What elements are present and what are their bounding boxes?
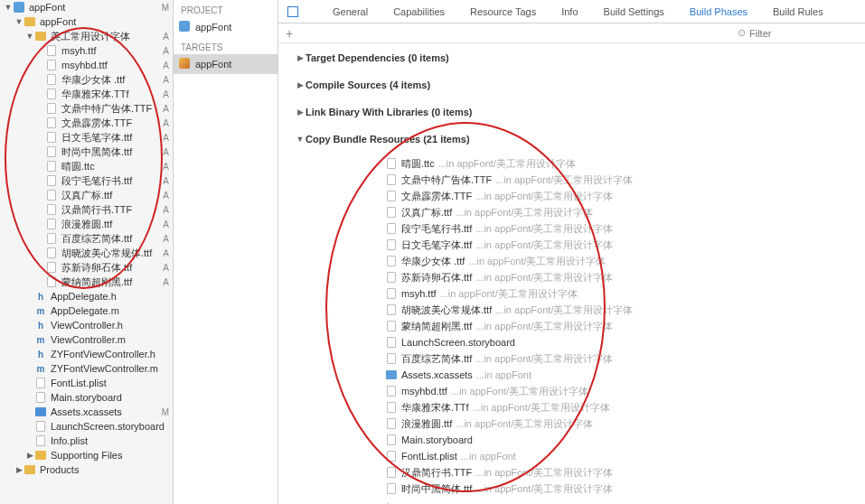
resource-row[interactable]: 蒙纳简超刚黑.ttf...in appFont/美工常用设计字体: [385, 318, 849, 334]
resource-path: ...in appFont/美工常用设计字体: [456, 206, 593, 219]
project-item[interactable]: appFont: [174, 17, 277, 37]
scm-badge: A: [163, 234, 169, 244]
font-file[interactable]: 浪漫雅圆.ttfA: [0, 217, 173, 231]
source-file[interactable]: ViewController.m: [0, 332, 173, 347]
resource-row[interactable]: Main.storyboard: [385, 432, 849, 448]
resource-row[interactable]: 时尚中黑简体.ttf...in appFont/美工常用设计字体: [385, 481, 849, 497]
font-file[interactable]: 华康少女体 .ttfA: [0, 72, 173, 87]
resource-row[interactable]: msyhbd.ttf...in appFont/美工常用设计字体: [385, 383, 849, 399]
tab-build-phases[interactable]: Build Phases: [690, 6, 747, 17]
folder-label: Assets.xcassets: [51, 406, 158, 417]
folder-appfont[interactable]: ▼ appFont: [0, 14, 173, 29]
resource-row[interactable]: 汉真广标.ttf...in appFont/美工常用设计字体: [385, 204, 849, 220]
resource-row[interactable]: 文鼎霹雳体.TTF...in appFont/美工常用设计字体: [385, 188, 849, 204]
source-file[interactable]: AppDelegate.h: [0, 289, 173, 303]
project-navigator[interactable]: ▼ appFont M ▼ appFont ▼ 美工常用设计字体 A msyh.…: [0, 0, 174, 504]
source-file[interactable]: Main.storyboard: [0, 390, 173, 405]
file-label: 汉鼎简行书.TTF: [61, 203, 159, 217]
resource-row[interactable]: 日文毛笔字体.ttf...in appFont/美工常用设计字体: [385, 237, 849, 253]
filter-input[interactable]: [749, 28, 858, 39]
font-file[interactable]: 汉真广标.ttfA: [0, 188, 173, 202]
build-phase[interactable]: Target Dependencies (0 items): [295, 47, 849, 69]
resource-row[interactable]: 段宁毛笔行书.ttf...in appFont/美工常用设计字体: [385, 220, 849, 237]
font-file[interactable]: 时尚中黑简体.ttfA: [0, 145, 173, 159]
supporting-files[interactable]: ▶ Supporting Files: [0, 448, 173, 462]
source-file[interactable]: ViewController.h: [0, 318, 173, 332]
scm-badge: A: [163, 32, 169, 42]
disclosure-icon[interactable]: [295, 80, 306, 89]
font-file[interactable]: 胡晓波美心常规体.ttfA: [0, 246, 173, 260]
font-file[interactable]: 日文毛笔字体.ttfA: [0, 130, 173, 145]
font-file[interactable]: 文鼎霹雳体.TTFA: [0, 116, 173, 130]
resource-row[interactable]: 华康雅宋体.TTf...in appFont/美工常用设计字体: [385, 399, 849, 415]
scm-badge: A: [163, 162, 169, 172]
source-file[interactable]: AppDelegate.m: [0, 303, 173, 318]
resource-row[interactable]: 文鼎中特广告体.TTF...in appFont/美工常用设计字体: [385, 172, 849, 188]
file-label: 文鼎中特广告体.TTF: [61, 102, 159, 116]
resource-row[interactable]: LaunchScreen.storyboard: [385, 334, 849, 350]
tab-resource-tags[interactable]: Resource Tags: [470, 6, 536, 17]
tab-general[interactable]: General: [333, 6, 368, 17]
disclosure-icon[interactable]: [295, 135, 306, 144]
tab-info[interactable]: Info: [561, 6, 578, 17]
font-file[interactable]: 百度综艺简体.ttfA: [0, 231, 173, 246]
folder-fonts[interactable]: ▼ 美工常用设计字体 A: [0, 29, 173, 43]
resource-name: 文鼎霹雳体.TTF: [401, 190, 472, 203]
products-folder[interactable]: ▶ Products: [0, 462, 173, 477]
tab-build-rules[interactable]: Build Rules: [773, 6, 823, 17]
resource-row[interactable]: 汉鼎简行书.TTF...in appFont/美工常用设计字体: [385, 464, 849, 481]
font-file[interactable]: msyhbd.ttfA: [0, 58, 173, 72]
file-label: msyh.ttf: [61, 45, 159, 56]
resource-row[interactable]: 晴圆.ttc...in appFont/美工常用设计字体: [385, 155, 849, 172]
resource-row[interactable]: 华康少女体 .ttf...in appFont/美工常用设计字体: [385, 253, 849, 269]
font-file[interactable]: 段宁毛笔行书.ttfA: [0, 173, 173, 188]
resource-row[interactable]: 胡晓波美心常规体.ttf...in appFont/美工常用设计字体: [385, 302, 849, 318]
font-file[interactable]: 汉鼎简行书.TTFA: [0, 202, 173, 217]
project-root[interactable]: ▼ appFont M: [0, 0, 173, 14]
project-section-header: PROJECT: [174, 0, 277, 17]
file-icon: [385, 173, 398, 186]
resource-row[interactable]: 百度综艺简体.ttf...in appFont/美工常用设计字体: [385, 350, 849, 367]
disclosure-icon[interactable]: [295, 107, 306, 117]
file-item[interactable]: LaunchScreen.storyboard: [0, 419, 173, 434]
folder-icon: [34, 449, 47, 462]
font-file[interactable]: msyh.ttfA: [0, 43, 173, 58]
source-file[interactable]: ZYFontViewController.m: [0, 361, 173, 376]
target-selector-icon[interactable]: [287, 6, 298, 17]
phase-toolbar: + ⊙: [278, 23, 865, 43]
resource-row[interactable]: Assets.xcassets...in appFont: [385, 367, 849, 383]
folder-icon: [34, 406, 47, 418]
resource-row[interactable]: FontList.plist...in appFont: [385, 448, 849, 464]
build-phase[interactable]: Copy Bundle Resources (21 items): [295, 128, 849, 150]
font-file[interactable]: 华康雅宋体.TTfA: [0, 87, 173, 101]
resource-row[interactable]: 苏新诗卵石体.ttf...in appFont/美工常用设计字体: [385, 269, 849, 285]
scm-badge: A: [163, 104, 169, 114]
resource-path: ...in appFont/美工常用设计字体: [475, 222, 613, 236]
folder-label: Products: [40, 464, 169, 475]
assets-folder[interactable]: Assets.xcassets M: [0, 405, 173, 419]
target-item[interactable]: appFont: [174, 54, 277, 74]
file-item[interactable]: Info.plist: [0, 434, 173, 448]
resource-row[interactable]: msyh.ttf...in appFont/美工常用设计字体: [385, 285, 849, 302]
add-resource-button[interactable]: + −: [385, 497, 849, 504]
resource-name: 段宁毛笔行书.ttf: [401, 222, 472, 236]
targets-panel: PROJECT appFont TARGETS appFont: [174, 0, 278, 504]
font-file[interactable]: 蒙纳简超刚黑.ttfA: [0, 275, 173, 289]
file-icon: [385, 466, 398, 479]
font-file[interactable]: 苏新诗卵石体.ttfA: [0, 260, 173, 275]
tab-build-settings[interactable]: Build Settings: [604, 6, 664, 17]
scm-badge: A: [163, 46, 169, 56]
add-phase-button[interactable]: +: [286, 26, 293, 41]
font-file[interactable]: 晴圆.ttcA: [0, 159, 173, 173]
tab-capabilities[interactable]: Capabilities: [393, 6, 445, 17]
build-phase[interactable]: Compile Sources (4 items): [295, 74, 849, 96]
disclosure-icon[interactable]: [295, 53, 306, 62]
folder-label: Supporting Files: [51, 450, 169, 461]
source-file[interactable]: FontList.plist: [0, 376, 173, 390]
font-file[interactable]: 文鼎中特广告体.TTFA: [0, 101, 173, 116]
source-file[interactable]: ZYFontViewController.h: [0, 347, 173, 361]
resource-name: 汉真广标.ttf: [401, 206, 452, 219]
targets-section-header: TARGETS: [174, 37, 277, 54]
resource-row[interactable]: 浪漫雅圆.ttf...in appFont/美工常用设计字体: [385, 415, 849, 432]
build-phase[interactable]: Link Binary With Libraries (0 items): [295, 101, 849, 123]
